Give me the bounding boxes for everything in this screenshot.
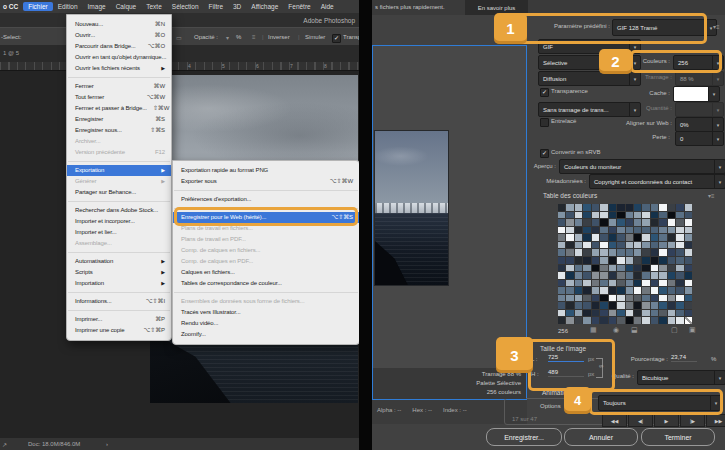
color-swatch[interactable] (626, 234, 633, 241)
last-frame-button[interactable]: ▶▶ (706, 414, 725, 427)
color-swatch[interactable] (659, 249, 666, 256)
file-menu-item[interactable]: Enregistrer sous...⇧⌘S (67, 125, 171, 136)
color-swatch[interactable] (626, 295, 633, 302)
color-swatch[interactable] (583, 234, 590, 241)
color-swatch[interactable] (651, 234, 658, 241)
color-swatch[interactable] (575, 249, 582, 256)
color-swatch[interactable] (626, 242, 633, 249)
color-swatch[interactable] (583, 302, 590, 309)
color-swatch[interactable] (659, 317, 666, 324)
color-swatch[interactable] (617, 280, 624, 287)
opacity-chevron-icon[interactable]: ▾ (226, 34, 229, 41)
color-swatch[interactable] (642, 227, 649, 234)
color-swatch[interactable] (626, 272, 633, 279)
color-swatch[interactable] (642, 302, 649, 309)
color-swatch[interactable] (592, 317, 599, 324)
color-swatch[interactable] (575, 219, 582, 226)
quantity-dropdown[interactable]: ▾ (675, 102, 724, 117)
color-swatch[interactable] (676, 257, 683, 264)
color-swatch[interactable] (558, 204, 565, 211)
color-swatch[interactable] (600, 265, 607, 272)
color-swatch[interactable] (659, 265, 666, 272)
matte-dropdown[interactable]: ▾ (673, 86, 720, 102)
transparency-checkbox[interactable]: ✓ (332, 34, 341, 43)
color-swatch[interactable] (600, 249, 607, 256)
color-swatch[interactable] (600, 272, 607, 279)
color-swatch[interactable] (617, 287, 624, 294)
menubar-item[interactable]: Sélection (167, 2, 204, 11)
color-swatch[interactable] (592, 219, 599, 226)
color-swatch[interactable] (617, 317, 624, 324)
color-swatch[interactable] (617, 212, 624, 219)
color-swatch[interactable] (617, 302, 624, 309)
color-swatch[interactable] (668, 257, 675, 264)
color-swatch[interactable] (642, 234, 649, 241)
color-swatch[interactable] (609, 242, 616, 249)
color-swatch[interactable] (558, 310, 565, 317)
color-swatch[interactable] (626, 302, 633, 309)
export-submenu-item[interactable]: Tracés vers Illustrator... (173, 307, 359, 318)
color-swatch[interactable] (659, 272, 666, 279)
color-swatch[interactable] (676, 302, 683, 309)
color-swatch[interactable] (600, 317, 607, 324)
color-swatch[interactable] (600, 310, 607, 317)
transparency-swatch[interactable] (685, 317, 692, 324)
color-swatch[interactable] (609, 257, 616, 264)
color-swatch[interactable] (685, 227, 692, 234)
color-swatch[interactable] (626, 249, 633, 256)
color-swatch[interactable] (583, 227, 590, 234)
file-menu-item[interactable]: Automatisation▶ (67, 256, 171, 267)
color-swatch[interactable] (651, 302, 658, 309)
color-swatch[interactable] (617, 234, 624, 241)
color-swatch[interactable] (566, 280, 573, 287)
color-swatch[interactable] (600, 302, 607, 309)
color-swatch[interactable] (651, 265, 658, 272)
file-menu-item[interactable]: Scripts▶ (67, 267, 171, 278)
color-swatch[interactable] (651, 317, 658, 324)
transparency-checkbox[interactable]: ✓ (540, 88, 549, 97)
color-swatch[interactable] (617, 295, 624, 302)
color-swatch[interactable] (676, 219, 683, 226)
color-swatch[interactable] (676, 265, 683, 272)
color-swatch[interactable] (575, 302, 582, 309)
file-menu-item[interactable]: Tout fermer⌥⌘W (67, 92, 171, 103)
color-swatch[interactable] (642, 310, 649, 317)
color-swatch[interactable] (583, 295, 590, 302)
file-menu-item[interactable]: Ouvrir les fichiers récents▶ (67, 63, 171, 74)
color-swatch[interactable] (583, 317, 590, 324)
color-swatch[interactable] (617, 242, 624, 249)
color-swatch[interactable] (676, 317, 683, 324)
color-swatch[interactable] (626, 227, 633, 234)
color-swatch[interactable] (668, 227, 675, 234)
color-swatch[interactable] (651, 272, 658, 279)
color-swatch[interactable] (558, 280, 565, 287)
color-swatch[interactable] (668, 204, 675, 211)
color-swatch[interactable] (676, 280, 683, 287)
color-swatch[interactable] (575, 287, 582, 294)
color-swatch[interactable] (609, 295, 616, 302)
color-swatch[interactable] (592, 295, 599, 302)
file-menu-item[interactable]: Importation▶ (67, 278, 171, 289)
cancel-button[interactable]: Annuler (564, 428, 638, 446)
color-swatch[interactable] (600, 212, 607, 219)
color-swatch[interactable] (659, 204, 666, 211)
color-swatch[interactable] (609, 234, 616, 241)
file-menu-item[interactable]: Rechercher dans Adobe Stock... (67, 205, 171, 216)
color-swatch[interactable] (600, 257, 607, 264)
color-swatch[interactable] (634, 212, 641, 219)
color-swatch[interactable] (685, 204, 692, 211)
color-swatch[interactable] (659, 212, 666, 219)
color-swatch[interactable] (609, 317, 616, 324)
color-swatch[interactable] (592, 234, 599, 241)
color-swatch[interactable] (634, 317, 641, 324)
color-swatch[interactable] (592, 257, 599, 264)
color-swatch[interactable] (642, 295, 649, 302)
color-swatch[interactable] (685, 265, 692, 272)
color-swatch[interactable] (634, 287, 641, 294)
color-swatch[interactable] (668, 310, 675, 317)
color-swatch[interactable] (659, 234, 666, 241)
color-swatch[interactable] (575, 257, 582, 264)
color-swatch[interactable] (609, 280, 616, 287)
color-swatch[interactable] (583, 287, 590, 294)
color-swatch[interactable] (659, 302, 666, 309)
